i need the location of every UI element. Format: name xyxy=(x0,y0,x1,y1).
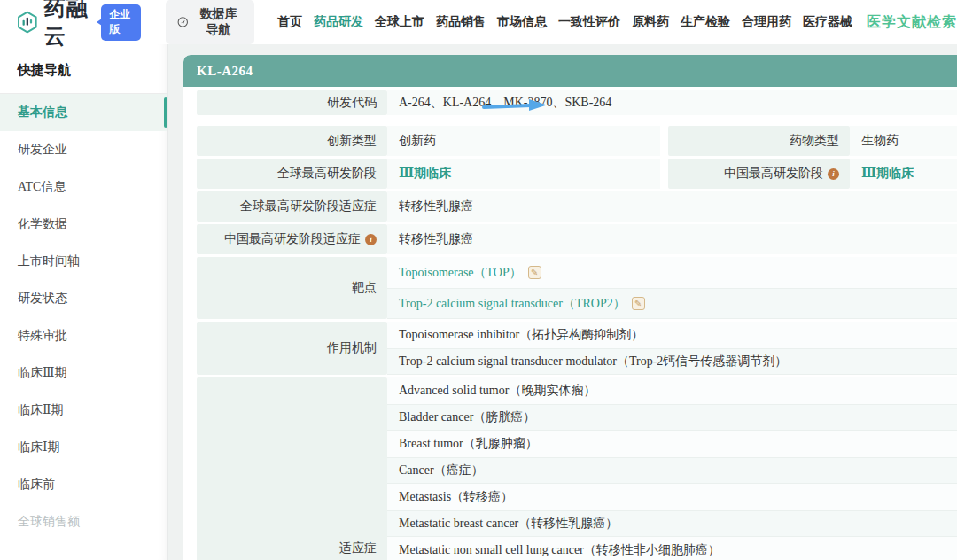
nav-item-production-inspection[interactable]: 生产检验 xyxy=(681,14,730,30)
active-indicator-bar xyxy=(164,97,167,128)
china-indication-value: 转移性乳腺癌 xyxy=(387,224,957,254)
row-china-indication: 中国最高研发阶段适应症 i 转移性乳腺癌 xyxy=(197,224,957,254)
sidebar-item-clinical-phase2[interactable]: 临床Ⅱ期 xyxy=(0,392,167,429)
nav-item-medical-devices[interactable]: 医疗器械 xyxy=(803,14,852,30)
china-indication-label-text: 中国最高研发阶段适应症 xyxy=(224,231,361,247)
logo-text: 药融云 xyxy=(44,0,95,51)
mechanism-label: 作用机制 xyxy=(197,322,387,375)
nav-item-api[interactable]: 原料药 xyxy=(632,14,669,30)
indications-label: 适应症 xyxy=(197,377,387,560)
sidebar-item-atc-info[interactable]: ATC信息 xyxy=(0,168,167,206)
nav-item-drug-rnd[interactable]: 药品研发 xyxy=(314,14,363,30)
mechanism-line: Trop-2 calcium signal transducer modulat… xyxy=(387,348,957,375)
innovation-type-label: 创新类型 xyxy=(197,126,387,156)
target-link-trop2[interactable]: Trop-2 calcium signal transducer（TROP2） xyxy=(399,296,626,312)
china-stage-value: Ⅲ期临床 xyxy=(861,166,914,182)
database-nav-button[interactable]: 数据库导航 xyxy=(166,0,254,44)
topbar: 药融云 企业版 数据库导航 首页 药品研发 全球上市 药品销售 市场信息 一致性… xyxy=(0,0,957,44)
sidebar-item-label: 研发状态 xyxy=(18,291,67,307)
china-stage-label-text: 中国最高研发阶段 xyxy=(724,166,823,182)
sidebar-item-special-approval[interactable]: 特殊审批 xyxy=(0,317,167,354)
innovation-type-value: 创新药 xyxy=(387,126,660,156)
nav-item-consistency-eval[interactable]: 一致性评价 xyxy=(558,14,620,30)
info-icon[interactable]: i xyxy=(828,168,839,180)
global-stage-label: 全球最高研发阶段 xyxy=(197,159,387,189)
sidebar-item-global-sales[interactable]: 全球销售额 xyxy=(0,503,167,541)
sidebar-item-label: 化学数据 xyxy=(18,216,67,232)
logo[interactable]: 药融云 企业版 xyxy=(16,0,141,51)
indication-line: Bladder cancer（膀胱癌） xyxy=(387,404,957,431)
sidebar-item-label: 基本信息 xyxy=(18,105,67,121)
indication-line: Metastasis（转移癌） xyxy=(387,484,957,510)
enterprise-badge: 企业版 xyxy=(101,4,141,41)
sidebar-item-label: 临床Ⅲ期 xyxy=(18,365,67,381)
targets-label: 靶点 xyxy=(197,257,387,319)
sidebar-item-label: ATC信息 xyxy=(18,179,66,195)
row-indications: 适应症 Advanced solid tumor（晚期实体瘤） Bladder … xyxy=(197,377,957,560)
document-edit-icon[interactable]: ✎ xyxy=(528,266,541,279)
sidebar-item-label: 全球销售额 xyxy=(18,514,80,530)
nav-item-market-info[interactable]: 市场信息 xyxy=(497,14,547,30)
sidebar-item-clinical-phase1[interactable]: 临床Ⅰ期 xyxy=(0,429,167,466)
global-stage-value: Ⅲ期临床 xyxy=(399,166,451,182)
sidebar-item-preclinical[interactable]: 临床前 xyxy=(0,466,167,503)
sidebar-item-label: 特殊审批 xyxy=(18,328,67,344)
drug-name: KL-A264 xyxy=(197,64,253,79)
info-icon[interactable]: i xyxy=(365,234,377,245)
sidebar-item-label: 临床Ⅱ期 xyxy=(18,402,64,418)
main-area: KL-A264 研发代码 A-264、KL-A264、MK-2870、SKB-2… xyxy=(168,44,957,560)
target-row: Trop-2 calcium signal transducer（TROP2） … xyxy=(387,288,957,319)
logo-hexagon-icon xyxy=(16,7,39,37)
indication-line: Breast tumor（乳腺肿瘤） xyxy=(387,431,957,457)
sidebar-item-rnd-companies[interactable]: 研发企业 xyxy=(0,131,167,168)
annotation-arrow-icon xyxy=(481,97,552,116)
top-nav: 首页 药品研发 全球上市 药品销售 市场信息 一致性评价 原料药 生产检验 合理… xyxy=(277,14,852,30)
indication-line: Advanced solid tumor（晚期实体瘤） xyxy=(387,377,957,404)
drug-detail-panel: KL-A264 研发代码 A-264、KL-A264、MK-2870、SKB-2… xyxy=(183,55,957,560)
dev-code-label: 研发代码 xyxy=(197,90,387,115)
mechanism-line: Topoisomerase inhibitor（拓扑异构酶抑制剂） xyxy=(387,322,957,348)
row-targets: 靶点 Topoisomerase（TOP） ✎ Trop-2 calcium s… xyxy=(197,257,957,319)
global-indication-label: 全球最高研发阶段适应症 xyxy=(197,191,387,222)
sidebar-item-basic-info[interactable]: 基本信息 xyxy=(0,94,167,131)
target-link-top[interactable]: Topoisomerase（TOP） xyxy=(399,265,522,281)
sidebar-item-clinical-phase3[interactable]: 临床Ⅲ期 xyxy=(0,354,167,392)
china-indication-label: 中国最高研发阶段适应症 i xyxy=(197,224,387,254)
sidebar-item-chemical-data[interactable]: 化学数据 xyxy=(0,206,167,243)
nav-item-rational-use[interactable]: 合理用药 xyxy=(742,14,791,30)
nav-item-home[interactable]: 首页 xyxy=(277,14,302,30)
global-indication-value: 转移性乳腺癌 xyxy=(387,191,957,222)
sidebar-item-launch-timeline[interactable]: 上市时间轴 xyxy=(0,243,167,280)
china-stage-label: 中国最高研发阶段 i xyxy=(668,159,850,189)
medical-literature-search-link[interactable]: 医学文献检索 xyxy=(867,13,957,32)
indication-line: Cancer（癌症） xyxy=(387,457,957,484)
database-nav-label: 数据库导航 xyxy=(194,6,243,38)
sidebar-item-label: 临床前 xyxy=(18,477,55,493)
row-dev-code: 研发代码 A-264、KL-A264、MK-2870、SKB-264 xyxy=(197,90,957,115)
row-stages: 全球最高研发阶段 Ⅲ期临床 中国最高研发阶段 i Ⅲ期临床 xyxy=(197,159,957,189)
compass-send-icon xyxy=(177,15,189,29)
dev-code-value: A-264、KL-A264、MK-2870、SKB-264 xyxy=(387,90,957,115)
indication-line: Metastatic non small cell lung cancer（转移… xyxy=(387,537,957,560)
sidebar-item-label: 上市时间轴 xyxy=(18,253,80,269)
sidebar-title: 快捷导航 xyxy=(0,44,167,93)
nav-item-global-launch[interactable]: 全球上市 xyxy=(375,14,424,30)
sidebar-item-label: 研发企业 xyxy=(18,142,67,158)
row-mechanism: 作用机制 Topoisomerase inhibitor（拓扑异构酶抑制剂） T… xyxy=(197,322,957,375)
row-types: 创新类型 创新药 药物类型 生物药 xyxy=(197,126,957,156)
sidebar-item-label: 临床Ⅰ期 xyxy=(18,439,60,455)
row-global-indication: 全球最高研发阶段适应症 转移性乳腺癌 xyxy=(197,191,957,222)
indication-line: Metastatic breast cancer（转移性乳腺癌） xyxy=(387,510,957,537)
target-row: Topoisomerase（TOP） ✎ xyxy=(387,257,957,288)
drug-type-value: 生物药 xyxy=(850,126,957,156)
nav-item-drug-sales[interactable]: 药品销售 xyxy=(436,14,486,30)
drug-title-header: KL-A264 xyxy=(183,55,957,87)
document-edit-icon[interactable]: ✎ xyxy=(632,297,645,310)
quick-nav-sidebar: 快捷导航 基本信息 研发企业 ATC信息 化学数据 上市时间轴 研发状态 特殊审… xyxy=(0,44,168,560)
drug-type-label: 药物类型 xyxy=(668,126,850,156)
sidebar-item-rnd-status[interactable]: 研发状态 xyxy=(0,280,167,317)
